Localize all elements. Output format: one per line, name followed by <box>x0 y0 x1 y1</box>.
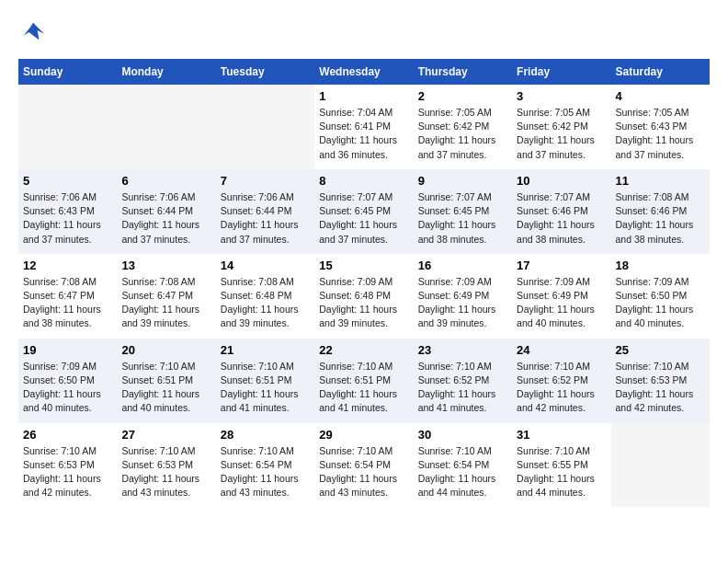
day-number: 11 <box>616 174 705 188</box>
day-number: 29 <box>319 428 408 442</box>
calendar-cell: 17Sunrise: 7:09 AMSunset: 6:49 PMDayligh… <box>512 254 610 339</box>
day-info: Sunrise: 7:09 AMSunset: 6:50 PMDaylight:… <box>23 360 112 416</box>
day-number: 20 <box>121 343 210 357</box>
weekday-header-wednesday: Wednesday <box>314 59 413 85</box>
calendar-cell: 25Sunrise: 7:10 AMSunset: 6:53 PMDayligh… <box>611 339 710 423</box>
page-header <box>18 18 710 44</box>
day-number: 6 <box>121 174 210 188</box>
day-number: 18 <box>616 259 705 272</box>
calendar-cell: 3Sunrise: 7:05 AMSunset: 6:42 PMDaylight… <box>512 85 610 169</box>
weekday-header-monday: Monday <box>117 59 215 85</box>
calendar-cell: 10Sunrise: 7:07 AMSunset: 6:46 PMDayligh… <box>512 169 610 254</box>
svg-marker-0 <box>24 23 44 40</box>
day-number: 27 <box>121 428 210 442</box>
day-info: Sunrise: 7:06 AMSunset: 6:43 PMDaylight:… <box>23 190 112 247</box>
calendar-cell: 16Sunrise: 7:09 AMSunset: 6:49 PMDayligh… <box>414 254 512 339</box>
weekday-header-sunday: Sunday <box>18 59 117 85</box>
day-number: 5 <box>23 174 112 188</box>
weekday-header-thursday: Thursday <box>414 59 512 85</box>
day-info: Sunrise: 7:10 AMSunset: 6:53 PMDaylight:… <box>616 360 705 416</box>
calendar-week-row: 26Sunrise: 7:10 AMSunset: 6:53 PMDayligh… <box>18 423 710 508</box>
day-info: Sunrise: 7:10 AMSunset: 6:51 PMDaylight:… <box>221 360 310 416</box>
day-number: 30 <box>418 428 507 442</box>
day-number: 2 <box>418 89 507 103</box>
calendar-cell: 30Sunrise: 7:10 AMSunset: 6:54 PMDayligh… <box>414 423 512 508</box>
logo <box>18 18 46 44</box>
day-info: Sunrise: 7:10 AMSunset: 6:54 PMDaylight:… <box>319 444 408 500</box>
day-info: Sunrise: 7:06 AMSunset: 6:44 PMDaylight:… <box>221 190 310 247</box>
calendar-week-row: 1Sunrise: 7:04 AMSunset: 6:41 PMDaylight… <box>18 85 710 169</box>
day-number: 31 <box>517 428 606 442</box>
day-info: Sunrise: 7:06 AMSunset: 6:44 PMDaylight:… <box>121 190 210 247</box>
calendar-cell: 22Sunrise: 7:10 AMSunset: 6:51 PMDayligh… <box>314 339 413 423</box>
day-info: Sunrise: 7:04 AMSunset: 6:41 PMDaylight:… <box>319 106 408 162</box>
day-number: 13 <box>121 259 210 272</box>
calendar-week-row: 5Sunrise: 7:06 AMSunset: 6:43 PMDaylight… <box>18 169 710 254</box>
day-info: Sunrise: 7:10 AMSunset: 6:52 PMDaylight:… <box>517 360 606 416</box>
calendar-cell: 29Sunrise: 7:10 AMSunset: 6:54 PMDayligh… <box>314 423 413 508</box>
day-info: Sunrise: 7:07 AMSunset: 6:45 PMDaylight:… <box>418 190 507 247</box>
day-info: Sunrise: 7:08 AMSunset: 6:47 PMDaylight:… <box>23 275 112 331</box>
day-number: 25 <box>616 343 705 357</box>
calendar-cell <box>117 85 215 169</box>
calendar-cell: 20Sunrise: 7:10 AMSunset: 6:51 PMDayligh… <box>117 339 215 423</box>
calendar-week-row: 19Sunrise: 7:09 AMSunset: 6:50 PMDayligh… <box>18 339 710 423</box>
day-number: 10 <box>517 174 606 188</box>
day-info: Sunrise: 7:10 AMSunset: 6:55 PMDaylight:… <box>517 444 606 500</box>
calendar-cell: 27Sunrise: 7:10 AMSunset: 6:53 PMDayligh… <box>117 423 215 508</box>
day-info: Sunrise: 7:10 AMSunset: 6:52 PMDaylight:… <box>418 360 507 416</box>
day-number: 21 <box>221 343 310 357</box>
calendar-table: SundayMondayTuesdayWednesdayThursdayFrid… <box>18 59 710 507</box>
calendar-cell: 4Sunrise: 7:05 AMSunset: 6:43 PMDaylight… <box>611 85 710 169</box>
calendar-cell: 9Sunrise: 7:07 AMSunset: 6:45 PMDaylight… <box>414 169 512 254</box>
day-info: Sunrise: 7:10 AMSunset: 6:53 PMDaylight:… <box>121 444 210 500</box>
day-info: Sunrise: 7:10 AMSunset: 6:51 PMDaylight:… <box>121 360 210 416</box>
calendar-week-row: 12Sunrise: 7:08 AMSunset: 6:47 PMDayligh… <box>18 254 710 339</box>
day-number: 16 <box>418 259 507 272</box>
day-number: 24 <box>517 343 606 357</box>
calendar-cell: 8Sunrise: 7:07 AMSunset: 6:45 PMDaylight… <box>314 169 413 254</box>
weekday-header-tuesday: Tuesday <box>216 59 314 85</box>
day-number: 7 <box>221 174 310 188</box>
day-info: Sunrise: 7:08 AMSunset: 6:47 PMDaylight:… <box>121 275 210 331</box>
calendar-cell: 1Sunrise: 7:04 AMSunset: 6:41 PMDaylight… <box>314 85 413 169</box>
day-number: 26 <box>23 428 112 442</box>
day-number: 1 <box>319 89 408 103</box>
day-info: Sunrise: 7:10 AMSunset: 6:51 PMDaylight:… <box>319 360 408 416</box>
day-info: Sunrise: 7:07 AMSunset: 6:45 PMDaylight:… <box>319 190 408 247</box>
day-info: Sunrise: 7:08 AMSunset: 6:46 PMDaylight:… <box>616 190 705 247</box>
calendar-cell: 6Sunrise: 7:06 AMSunset: 6:44 PMDaylight… <box>117 169 215 254</box>
calendar-cell: 19Sunrise: 7:09 AMSunset: 6:50 PMDayligh… <box>18 339 117 423</box>
day-number: 17 <box>517 259 606 272</box>
day-number: 8 <box>319 174 408 188</box>
day-number: 12 <box>23 259 112 272</box>
calendar-cell: 2Sunrise: 7:05 AMSunset: 6:42 PMDaylight… <box>414 85 512 169</box>
calendar-cell: 5Sunrise: 7:06 AMSunset: 6:43 PMDaylight… <box>18 169 117 254</box>
day-number: 23 <box>418 343 507 357</box>
weekday-header-row: SundayMondayTuesdayWednesdayThursdayFrid… <box>18 59 710 85</box>
calendar-cell: 18Sunrise: 7:09 AMSunset: 6:50 PMDayligh… <box>611 254 710 339</box>
weekday-header-saturday: Saturday <box>611 59 710 85</box>
day-number: 28 <box>221 428 310 442</box>
calendar-cell <box>216 85 314 169</box>
day-info: Sunrise: 7:09 AMSunset: 6:48 PMDaylight:… <box>319 275 408 331</box>
day-info: Sunrise: 7:10 AMSunset: 6:54 PMDaylight:… <box>418 444 507 500</box>
calendar-cell <box>18 85 117 169</box>
day-info: Sunrise: 7:09 AMSunset: 6:49 PMDaylight:… <box>418 275 507 331</box>
day-info: Sunrise: 7:10 AMSunset: 6:54 PMDaylight:… <box>221 444 310 500</box>
day-number: 14 <box>221 259 310 272</box>
calendar-cell: 24Sunrise: 7:10 AMSunset: 6:52 PMDayligh… <box>512 339 610 423</box>
day-info: Sunrise: 7:05 AMSunset: 6:42 PMDaylight:… <box>418 106 507 162</box>
calendar-cell: 14Sunrise: 7:08 AMSunset: 6:48 PMDayligh… <box>216 254 314 339</box>
day-info: Sunrise: 7:09 AMSunset: 6:50 PMDaylight:… <box>616 275 705 331</box>
calendar-cell: 13Sunrise: 7:08 AMSunset: 6:47 PMDayligh… <box>117 254 215 339</box>
calendar-cell: 11Sunrise: 7:08 AMSunset: 6:46 PMDayligh… <box>611 169 710 254</box>
day-info: Sunrise: 7:08 AMSunset: 6:48 PMDaylight:… <box>221 275 310 331</box>
day-info: Sunrise: 7:05 AMSunset: 6:43 PMDaylight:… <box>616 106 705 162</box>
day-number: 15 <box>319 259 408 272</box>
calendar-cell: 26Sunrise: 7:10 AMSunset: 6:53 PMDayligh… <box>18 423 117 508</box>
calendar-cell: 31Sunrise: 7:10 AMSunset: 6:55 PMDayligh… <box>512 423 610 508</box>
day-number: 19 <box>23 343 112 357</box>
day-number: 4 <box>616 89 705 103</box>
day-info: Sunrise: 7:09 AMSunset: 6:49 PMDaylight:… <box>517 275 606 331</box>
